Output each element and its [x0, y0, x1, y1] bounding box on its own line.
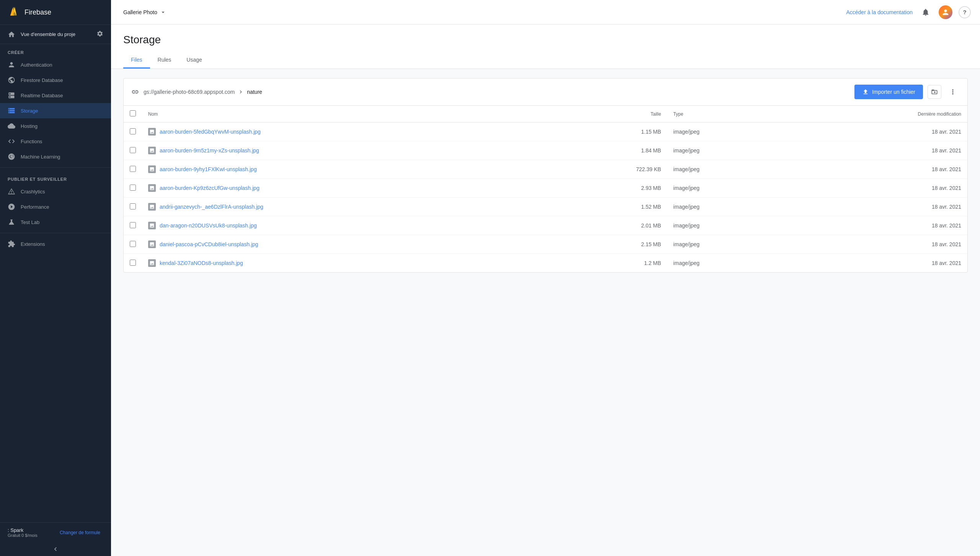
page-header: Storage Files Rules Usage — [111, 25, 980, 69]
sidebar: Firebase Vue d'ensemble du proje Créer A… — [0, 0, 111, 556]
file-name: andrii-ganzevych-_ae6DzlFlrA-unsplash.jp… — [160, 204, 263, 210]
firestore-label: Firestore Database — [21, 77, 63, 83]
page: Storage Files Rules Usage gs://gallerie-… — [111, 25, 980, 556]
row-checkbox-cell — [124, 254, 142, 273]
col-type: Type — [667, 106, 790, 123]
row-checkbox[interactable] — [130, 166, 136, 172]
settings-icon[interactable] — [96, 30, 103, 38]
row-checkbox[interactable] — [130, 185, 136, 191]
row-name-cell[interactable]: aaron-burden-9yhy1FXlKwI-unsplash.jpg — [142, 160, 548, 179]
row-name-cell[interactable]: aaron-burden-9m5z1my-xZs-unsplash.jpg — [142, 141, 548, 160]
sidebar-item-crashlytics[interactable]: Crashlytics — [0, 184, 111, 199]
storage-content: gs://gallerie-photo-68c69.appspot.com na… — [111, 69, 980, 282]
testlab-label: Test Lab — [21, 219, 39, 225]
file-type-icon — [148, 128, 156, 136]
row-size-cell: 1.15 MB — [548, 123, 667, 141]
ml-icon — [8, 153, 15, 160]
tab-rules[interactable]: Rules — [150, 52, 179, 69]
row-checkbox[interactable] — [130, 222, 136, 228]
row-checkbox-cell — [124, 141, 142, 160]
table-row[interactable]: kendal-3Zi07aNODs8-unsplash.jpg 1.2 MB i… — [124, 254, 967, 273]
row-size-cell: 1.84 MB — [548, 141, 667, 160]
row-name-cell[interactable]: daniel-pascoa-pCvCDub8iel-unsplash.jpg — [142, 235, 548, 254]
section-publish-label: Publier et surveiller — [0, 171, 111, 184]
row-modified-cell: 18 avr. 2021 — [790, 179, 967, 198]
row-name-cell[interactable]: andrii-ganzevych-_ae6DzlFlrA-unsplash.jp… — [142, 198, 548, 216]
table-row[interactable]: aaron-burden-Kp9z6zcUfGw-unsplash.jpg 2.… — [124, 179, 967, 198]
row-name-cell[interactable]: kendal-3Zi07aNODs8-unsplash.jpg — [142, 254, 548, 273]
table-row[interactable]: aaron-burden-9yhy1FXlKwI-unsplash.jpg 72… — [124, 160, 967, 179]
authentication-label: Authentication — [21, 62, 52, 68]
file-type-icon — [148, 184, 156, 192]
sidebar-item-storage[interactable]: Storage — [0, 103, 111, 118]
sidebar-item-performance[interactable]: Performance — [0, 199, 111, 214]
sidebar-item-hosting[interactable]: Hosting — [0, 118, 111, 134]
ml-label: Machine Learning — [21, 154, 60, 160]
functions-label: Functions — [21, 139, 42, 144]
row-name-cell[interactable]: aaron-burden-5fedGbqYwvM-unsplash.jpg — [142, 123, 548, 141]
row-type-cell: image/jpeg — [667, 160, 790, 179]
file-table: Nom Taille Type Dernière modification aa… — [124, 106, 967, 272]
hosting-icon — [8, 122, 15, 130]
project-name: Gallerie Photo — [123, 9, 157, 15]
row-name-cell[interactable]: aaron-burden-Kp9z6zcUfGw-unsplash.jpg — [142, 179, 548, 198]
sidebar-item-realtime-db[interactable]: Realtime Database — [0, 88, 111, 103]
select-all-checkbox[interactable] — [130, 110, 136, 116]
row-modified-cell: 18 avr. 2021 — [790, 216, 967, 235]
change-plan-button[interactable]: Changer de formule — [57, 528, 103, 537]
sidebar-item-extensions[interactable]: Extensions — [0, 236, 111, 252]
breadcrumb-current: nature — [247, 89, 262, 95]
help-button[interactable]: ? — [959, 6, 971, 18]
sidebar-item-authentication[interactable]: Authentication — [0, 57, 111, 72]
person-icon — [8, 61, 15, 69]
row-type-cell: image/jpeg — [667, 123, 790, 141]
row-modified-cell: 18 avr. 2021 — [790, 160, 967, 179]
row-checkbox[interactable] — [130, 203, 136, 209]
project-selector[interactable]: Gallerie Photo — [120, 7, 170, 18]
chevron-down-icon — [160, 9, 167, 16]
doc-link[interactable]: Accéder à la documentation — [846, 9, 913, 15]
file-name: aaron-burden-9m5z1my-xZs-unsplash.jpg — [160, 147, 259, 154]
avatar[interactable] — [939, 5, 952, 19]
table-row[interactable]: aaron-burden-9m5z1my-xZs-unsplash.jpg 1.… — [124, 141, 967, 160]
row-modified-cell: 18 avr. 2021 — [790, 235, 967, 254]
performance-label: Performance — [21, 204, 49, 210]
storage-panel: gs://gallerie-photo-68c69.appspot.com na… — [123, 78, 968, 273]
row-size-cell: 1.52 MB — [548, 198, 667, 216]
table-row[interactable]: dan-aragon-n20DUSVsUk8-unsplash.jpg 2.01… — [124, 216, 967, 235]
avatar-icon — [941, 8, 950, 16]
tab-files[interactable]: Files — [123, 52, 150, 69]
crashlytics-label: Crashlytics — [21, 189, 45, 195]
row-name-cell[interactable]: dan-aragon-n20DUSVsUk8-unsplash.jpg — [142, 216, 548, 235]
tab-usage[interactable]: Usage — [179, 52, 209, 69]
row-checkbox[interactable] — [130, 241, 136, 247]
breadcrumb-path[interactable]: gs://gallerie-photo-68c69.appspot.com — [144, 89, 235, 95]
sidebar-item-overview[interactable]: Vue d'ensemble du proje — [0, 25, 111, 44]
sidebar-item-functions[interactable]: Functions — [0, 134, 111, 149]
sidebar-item-testlab[interactable]: Test Lab — [0, 214, 111, 230]
breadcrumb: gs://gallerie-photo-68c69.appspot.com na… — [144, 89, 850, 95]
row-size-cell: 2.93 MB — [548, 179, 667, 198]
row-checkbox-cell — [124, 123, 142, 141]
notifications-button[interactable] — [919, 5, 933, 19]
table-row[interactable]: daniel-pascoa-pCvCDub8iel-unsplash.jpg 2… — [124, 235, 967, 254]
sidebar-collapse-button[interactable] — [0, 542, 111, 556]
sidebar-item-ml[interactable]: Machine Learning — [0, 149, 111, 164]
row-checkbox[interactable] — [130, 260, 136, 266]
section-create-label: Créer — [0, 44, 111, 57]
upload-button[interactable]: Importer un fichier — [854, 85, 923, 99]
row-checkbox[interactable] — [130, 128, 136, 134]
row-checkbox[interactable] — [130, 147, 136, 153]
table-row[interactable]: aaron-burden-5fedGbqYwvM-unsplash.jpg 1.… — [124, 123, 967, 141]
sidebar-divider-1 — [0, 167, 111, 168]
performance-icon — [8, 203, 15, 211]
row-checkbox-cell — [124, 198, 142, 216]
extensions-icon — [8, 240, 15, 248]
table-row[interactable]: andrii-ganzevych-_ae6DzlFlrA-unsplash.jp… — [124, 198, 967, 216]
add-folder-button[interactable] — [928, 85, 941, 99]
more-options-button[interactable] — [946, 85, 960, 99]
page-title: Storage — [123, 34, 968, 46]
row-modified-cell: 18 avr. 2021 — [790, 254, 967, 273]
testlab-icon — [8, 218, 15, 226]
sidebar-item-firestore[interactable]: Firestore Database — [0, 72, 111, 88]
